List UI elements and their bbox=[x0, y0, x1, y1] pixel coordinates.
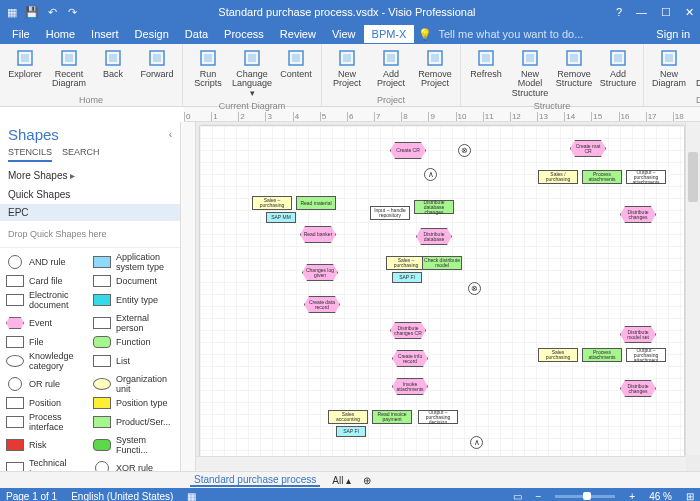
org-unit-node[interactable]: Sales purchasing bbox=[538, 348, 578, 362]
drawing-page[interactable]: Create CR ⊗ Create mat CR ∧ Sales / purc… bbox=[200, 126, 684, 467]
fit-page-button[interactable]: ⊞ bbox=[686, 491, 694, 502]
stencil-item[interactable]: OR rule bbox=[6, 374, 87, 394]
stencil-item[interactable]: Card file bbox=[6, 275, 87, 287]
stencil-item[interactable]: Organization unit bbox=[93, 374, 174, 394]
function-node[interactable]: Read invoice payment bbox=[372, 410, 412, 424]
event-node[interactable]: Invoke attachments bbox=[392, 378, 428, 395]
xor-gate[interactable]: ⊗ bbox=[458, 144, 471, 157]
zoom-level[interactable]: 46 % bbox=[649, 491, 672, 502]
tell-me-input[interactable]: Tell me what you want to do... bbox=[438, 28, 583, 40]
stencil-item[interactable]: External person bbox=[93, 313, 174, 333]
org-unit-node[interactable]: Sales / purchasing bbox=[538, 170, 578, 184]
macro-record-icon[interactable]: ▦ bbox=[187, 491, 196, 502]
event-node[interactable]: Create data record bbox=[304, 296, 340, 313]
page-tab[interactable]: Standard purchase process bbox=[190, 474, 320, 487]
stencil-item[interactable]: AND rule bbox=[6, 252, 87, 272]
function-node[interactable]: Check distribute model bbox=[422, 256, 462, 270]
stencil-item[interactable]: System Functi... bbox=[93, 435, 174, 455]
and-gate[interactable]: ∧ bbox=[424, 168, 437, 181]
ribbon-button[interactable]: Content bbox=[275, 46, 317, 100]
help-icon[interactable]: ? bbox=[616, 6, 622, 19]
tab-data[interactable]: Data bbox=[177, 25, 216, 43]
ribbon-button[interactable]: Refresh bbox=[465, 46, 507, 100]
stencil-item[interactable]: Application system type bbox=[93, 252, 174, 272]
save-icon[interactable]: 💾 bbox=[26, 6, 38, 18]
function-node[interactable]: Process attachments bbox=[582, 348, 622, 362]
stencil-item[interactable]: Entity type bbox=[93, 290, 174, 310]
org-unit-node[interactable]: Sales – purchasing bbox=[386, 256, 426, 270]
output-node[interactable]: Output – purchasing attachment bbox=[626, 348, 666, 362]
zoom-in-button[interactable]: + bbox=[629, 491, 635, 502]
event-node[interactable]: Distribute changes bbox=[620, 206, 656, 223]
quick-shapes[interactable]: Quick Shapes bbox=[0, 185, 180, 204]
org-unit-node[interactable]: Sales accounting bbox=[328, 410, 368, 424]
zoom-out-button[interactable]: − bbox=[536, 491, 542, 502]
maximize-button[interactable]: ☐ bbox=[661, 6, 671, 19]
ribbon-button[interactable]: Add Project bbox=[370, 46, 412, 94]
zoom-slider[interactable] bbox=[555, 495, 615, 498]
function-node[interactable]: Distribute database changes bbox=[414, 200, 454, 214]
scrollbar-thumb[interactable] bbox=[688, 152, 698, 202]
tab-design[interactable]: Design bbox=[127, 25, 177, 43]
stencil-item[interactable]: Position type bbox=[93, 397, 174, 409]
event-node[interactable]: Changes log given bbox=[302, 264, 338, 281]
close-button[interactable]: ✕ bbox=[685, 6, 694, 19]
stencil-item[interactable]: Event bbox=[6, 313, 87, 333]
event-node[interactable]: Distribute model set bbox=[620, 326, 656, 343]
event-node[interactable]: Read banker bbox=[300, 226, 336, 243]
scrollbar-horizontal[interactable] bbox=[196, 456, 686, 471]
redo-icon[interactable]: ↷ bbox=[66, 6, 78, 18]
ribbon-button[interactable]: New Diagram bbox=[648, 46, 690, 94]
sign-in-link[interactable]: Sign in bbox=[656, 28, 696, 40]
scrollbar-vertical[interactable] bbox=[685, 122, 700, 455]
stencil-item[interactable]: Position bbox=[6, 397, 87, 409]
stencil-item[interactable]: Risk bbox=[6, 435, 87, 455]
stencil-item[interactable]: Function bbox=[93, 336, 174, 348]
ribbon-button[interactable]: New Model Structure bbox=[509, 46, 551, 100]
tab-home[interactable]: Home bbox=[38, 25, 83, 43]
tab-insert[interactable]: Insert bbox=[83, 25, 127, 43]
stencil-item[interactable]: Product/Ser... bbox=[93, 412, 174, 432]
ribbon-button[interactable]: Edit Diagram bbox=[692, 46, 700, 94]
ribbon-button[interactable]: Forward bbox=[136, 46, 178, 94]
ribbon-button[interactable]: Recent Diagram bbox=[48, 46, 90, 94]
ribbon-button[interactable]: New Project bbox=[326, 46, 368, 94]
stencil-item[interactable]: List bbox=[93, 351, 174, 371]
stencil-item[interactable]: Process interface bbox=[6, 412, 87, 432]
presentation-mode-icon[interactable]: ▭ bbox=[513, 491, 522, 502]
event-node[interactable]: Create CR bbox=[390, 142, 426, 159]
tab-bpmx[interactable]: BPM-X bbox=[364, 25, 415, 43]
entity-node[interactable]: SAP MM bbox=[266, 212, 296, 223]
undo-icon[interactable]: ↶ bbox=[46, 6, 58, 18]
all-pages-button[interactable]: All ▴ bbox=[332, 475, 351, 486]
output-node[interactable]: Output – purchasing decision bbox=[418, 410, 458, 424]
language-indicator[interactable]: English (United States) bbox=[71, 491, 173, 502]
output-node[interactable]: Output – purchasing attachments bbox=[626, 170, 666, 184]
stencil-item[interactable]: Electronic document bbox=[6, 290, 87, 310]
tab-file[interactable]: File bbox=[4, 25, 38, 43]
tab-stencils[interactable]: STENCILS bbox=[8, 147, 52, 162]
tab-process[interactable]: Process bbox=[216, 25, 272, 43]
input-node[interactable]: Input – handle repository bbox=[370, 206, 410, 220]
and-gate[interactable]: ∧ bbox=[470, 436, 483, 449]
stencil-item[interactable]: Technical term bbox=[6, 458, 87, 471]
ribbon-button[interactable]: Remove Project bbox=[414, 46, 456, 94]
tab-search[interactable]: SEARCH bbox=[62, 147, 100, 162]
tab-view[interactable]: View bbox=[324, 25, 364, 43]
minimize-button[interactable]: — bbox=[636, 6, 647, 19]
event-node[interactable]: Distribute changes CR bbox=[390, 322, 426, 339]
org-unit-node[interactable]: Sales – purchasing bbox=[252, 196, 292, 210]
quick-shapes-dropzone[interactable]: Drop Quick Shapes here bbox=[0, 221, 180, 248]
event-node[interactable]: Distribute database bbox=[416, 228, 452, 245]
function-node[interactable]: Read material bbox=[296, 196, 336, 210]
ribbon-button[interactable]: Run Scripts bbox=[187, 46, 229, 100]
event-node[interactable]: Create mat CR bbox=[570, 140, 606, 157]
ribbon-button[interactable]: Change Language ▾ bbox=[231, 46, 273, 100]
ribbon-button[interactable]: Remove Structure bbox=[553, 46, 595, 100]
stencil-item[interactable]: Document bbox=[93, 275, 174, 287]
stencil-category-epc[interactable]: EPC bbox=[0, 204, 180, 221]
ribbon-button[interactable]: Explorer bbox=[4, 46, 46, 94]
function-node[interactable]: Process attachments bbox=[582, 170, 622, 184]
stencil-item[interactable]: Knowledge category bbox=[6, 351, 87, 371]
more-shapes[interactable]: More Shapes bbox=[0, 166, 180, 185]
